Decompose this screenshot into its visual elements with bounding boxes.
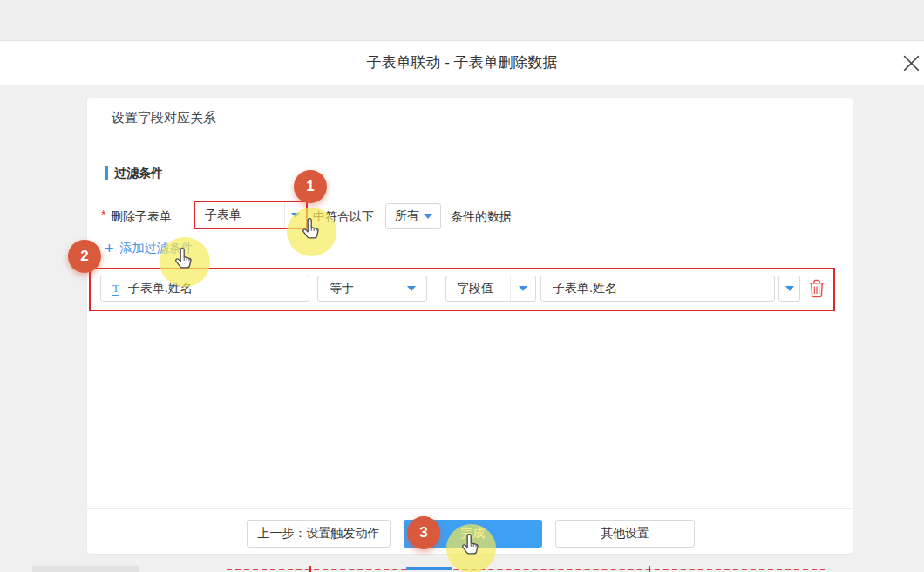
chevron-down-icon — [519, 286, 527, 291]
condition-field-value: 子表单.姓名 — [128, 281, 193, 296]
filter-section-title: 过滤条件 — [114, 166, 163, 181]
trash-icon — [808, 286, 825, 301]
add-filter-label: 添加过滤条件 — [120, 241, 194, 256]
background-fragment — [649, 566, 650, 572]
valuetype-caret-zone[interactable] — [510, 276, 535, 301]
add-filter-link[interactable]: + 添加过滤条件 — [105, 241, 194, 256]
chevron-down-icon — [407, 286, 416, 291]
modal-title: 子表单联动 - 子表单删除数据 — [0, 41, 924, 85]
background-fragment — [32, 566, 139, 572]
delete-subform-label: 删除子表单 — [111, 209, 172, 225]
condition-field-select[interactable]: T 子表单.姓名 — [100, 276, 309, 302]
chevron-down-icon — [785, 286, 794, 291]
condition-operator-value: 等于 — [330, 281, 354, 296]
condition-compare-value: 子表单.姓名 — [553, 281, 617, 296]
chevron-down-icon — [424, 214, 432, 219]
other-settings-button[interactable]: 其他设置 — [555, 520, 695, 548]
subform-select-caret-zone[interactable] — [284, 202, 306, 228]
background-fragment — [309, 566, 311, 572]
delete-condition-button[interactable] — [808, 279, 825, 298]
match-suffix-text: 条件的数据 — [451, 209, 512, 225]
chevron-down-icon — [291, 213, 300, 218]
condition-compare-select[interactable]: 子表单.姓名 — [540, 276, 775, 302]
settings-panel — [87, 98, 853, 554]
condition-operator-select[interactable]: 等于 — [317, 276, 427, 302]
prev-step-button[interactable]: 上一步：设置触发动作 — [247, 520, 391, 548]
section-accent-bar — [105, 166, 108, 180]
footer-divider — [87, 508, 853, 509]
condition-valuetype-select[interactable]: 字段值 — [445, 276, 536, 302]
app-root: 未命名数据助手 控件事件 新手引导 保存 子表单联动 - 子表单删除数据 设置字… — [0, 0, 924, 572]
panel-header: 设置字段对应关系 — [112, 110, 216, 126]
background-fragment — [406, 567, 452, 570]
finish-button[interactable]: 完成 — [404, 520, 542, 548]
match-mode-value: 所有 — [395, 208, 419, 224]
required-mark: * — [101, 208, 105, 221]
subform-select[interactable]: 子表单 — [194, 201, 308, 229]
panel-header-divider — [87, 140, 853, 140]
text-field-icon: T — [112, 283, 119, 296]
close-icon — [903, 55, 920, 75]
condition-compare-caret-button[interactable] — [778, 276, 800, 302]
modal-header: 子表单联动 - 子表单删除数据 — [0, 41, 924, 85]
topbar — [0, 0, 924, 41]
close-button[interactable] — [900, 54, 921, 75]
condition-valuetype-value: 字段值 — [457, 281, 493, 296]
subform-select-value: 子表单 — [195, 208, 284, 223]
plus-icon: + — [105, 241, 114, 256]
match-prefix-text: 中符合以下 — [313, 209, 374, 225]
match-mode-select[interactable]: 所有 — [385, 203, 441, 229]
background-fragment — [227, 569, 825, 570]
